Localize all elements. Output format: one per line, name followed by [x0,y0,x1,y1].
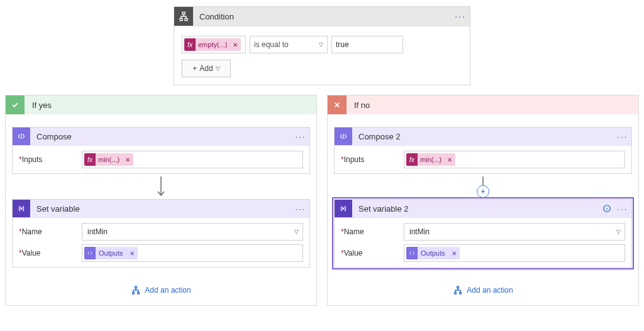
fx-token-remove[interactable]: ✕ [444,156,455,163]
condition-right-operand[interactable]: true [331,36,403,53]
outputs-token[interactable]: Outputs ✕ [84,247,138,259]
compose-icon [335,128,352,145]
svg-rect-7 [457,286,459,288]
add-action-label: Add an action [467,286,513,295]
insert-step-button[interactable]: + [477,185,489,198]
action-compose-2: Compose 2 ··· *Inputs fx min(...) ✕ [334,127,632,174]
condition-more-button[interactable]: ··· [451,11,470,21]
action-set-variable-2: Set variable 2 ··· *Name intMin ▽ [334,199,632,268]
fx-token-label: min(...) [96,156,122,163]
add-action-button[interactable]: Add an action [12,285,310,295]
plus-icon: + [192,64,197,73]
compose-inputs-field[interactable]: fx min(...) ✕ [82,151,303,168]
condition-header[interactable]: Condition ··· [174,7,470,26]
condition-operator-select[interactable]: is equal to ▽ [250,36,328,53]
action-compose2-header[interactable]: Compose 2 ··· [335,128,631,145]
setvar2-name-select[interactable]: intMin ▽ [404,223,625,241]
setvar2-name-value: intMin [404,227,430,236]
action-setvar-more[interactable]: ··· [292,204,309,214]
outputs-token-remove[interactable]: ✕ [126,250,138,257]
branch-no: If no Compose 2 ··· [327,95,639,306]
check-icon [6,95,25,114]
condition-value-text: true [336,40,349,49]
svg-rect-9 [460,292,462,294]
field-label-inputs: *Inputs [341,155,404,164]
fx-icon: fx [184,38,196,51]
chevron-down-icon: ▽ [216,65,220,72]
branch-yes-body: Compose ··· *Inputs fx min(...) ✕ [6,114,316,295]
action-compose-body: *Inputs fx min(...) ✕ [13,145,309,173]
setvar-name-value: intMin [82,227,108,236]
outputs-token-label: Outputs [96,249,126,257]
setvar2-value-field[interactable]: Outputs ✕ [404,244,625,262]
action-setvar2-title: Set variable 2 [352,204,600,214]
action-set-variable: Set variable ··· *Name intMin ▽ *Valu [12,199,310,268]
action-compose-header[interactable]: Compose ··· [13,128,309,145]
setvar-value-field[interactable]: Outputs ✕ [82,244,303,262]
fx-token[interactable]: fx min(...) ✕ [406,153,455,166]
add-action-label: Add an action [145,286,191,295]
variable-icon [335,200,352,217]
action-setvar-title: Set variable [30,204,292,214]
action-setvar2-more[interactable]: ··· [614,204,631,214]
action-setvar2-header[interactable]: Set variable 2 ··· [335,200,631,217]
fx-token-label: min(...) [418,156,444,163]
outputs-token-label: Outputs [418,249,448,257]
action-setvar2-body: *Name intMin ▽ *Value [335,217,631,267]
action-compose2-title: Compose 2 [352,132,614,141]
fx-token-remove[interactable]: ✕ [122,156,133,163]
outputs-token-remove[interactable]: ✕ [448,250,460,257]
condition-icon [174,7,193,26]
svg-rect-8 [455,292,457,294]
branch-no-header: If no [328,95,638,114]
condition-add-label: Add [199,64,213,73]
outputs-icon [84,247,96,259]
condition-operator-label: is equal to [254,40,289,49]
svg-rect-5 [138,292,140,294]
info-icon[interactable] [600,204,614,214]
fx-token[interactable]: fx empty(...) ✕ [184,38,241,51]
branch-no-body: Compose 2 ··· *Inputs fx min(...) ✕ [328,114,638,295]
svg-rect-1 [180,18,182,20]
compose-icon [13,128,30,145]
outputs-token[interactable]: Outputs ✕ [406,247,460,259]
fx-icon: fx [406,153,418,166]
action-setvar-body: *Name intMin ▽ *Value [13,217,309,267]
condition-left-operand[interactable]: fx empty(...) ✕ [182,36,246,53]
branch-no-label: If no [347,100,370,110]
action-setvar-header[interactable]: Set variable ··· [13,200,309,217]
connector-arrow [12,174,310,199]
fx-token[interactable]: fx min(...) ✕ [84,153,133,166]
action-compose-title: Compose [30,132,292,141]
setvar-name-select[interactable]: intMin ▽ [82,223,303,241]
action-compose2-more[interactable]: ··· [614,132,631,141]
variable-icon [13,200,30,217]
close-icon [328,95,347,114]
svg-rect-2 [185,18,187,20]
branch-yes-header: If yes [6,95,316,114]
fx-token-remove[interactable]: ✕ [230,41,241,48]
action-compose: Compose ··· *Inputs fx min(...) ✕ [12,127,310,174]
chevron-down-icon: ▽ [616,229,621,235]
branch-yes-label: If yes [25,100,52,110]
condition-body: fx empty(...) ✕ is equal to ▽ true + Add… [174,26,470,85]
field-label-value: *Value [341,249,404,258]
add-action-button[interactable]: Add an action [334,285,632,295]
field-label-inputs: *Inputs [19,155,82,164]
branch-yes: If yes Compose ··· [5,95,317,306]
compose2-inputs-field[interactable]: fx min(...) ✕ [404,151,625,168]
flow-designer-canvas: Condition ··· fx empty(...) ✕ is equal t… [0,0,644,306]
field-label-name: *Name [341,227,404,236]
chevron-down-icon: ▽ [294,229,299,235]
fx-token-label: empty(...) [196,41,230,48]
action-compose-more[interactable]: ··· [292,132,309,141]
action-compose2-body: *Inputs fx min(...) ✕ [335,145,631,173]
connector-arrow: + [334,174,632,199]
svg-rect-3 [135,286,137,288]
field-label-value: *Value [19,249,82,258]
condition-card: Condition ··· fx empty(...) ✕ is equal t… [174,6,470,85]
condition-add-button[interactable]: + Add ▽ [182,60,231,77]
condition-expression-row: fx empty(...) ✕ is equal to ▽ true [182,36,462,53]
field-label-name: *Name [19,227,82,236]
svg-rect-4 [133,292,135,294]
